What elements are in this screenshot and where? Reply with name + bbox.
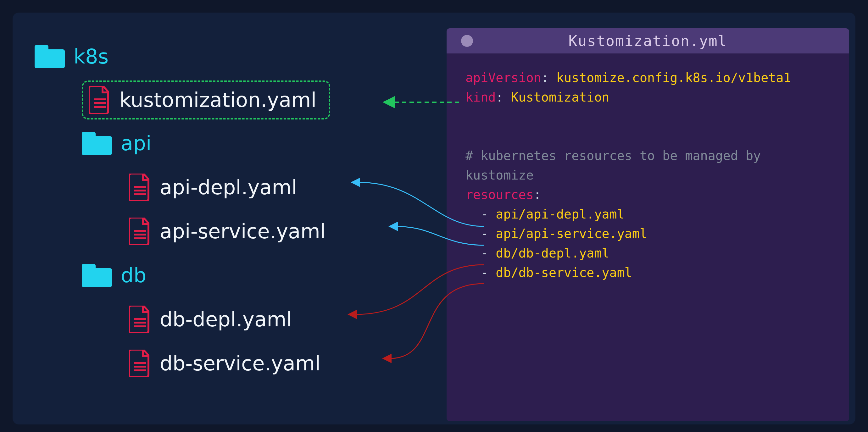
file-icon <box>129 174 151 201</box>
yaml-key: apiVersion <box>465 70 541 85</box>
file-icon <box>89 86 111 114</box>
file-label: api-service.yaml <box>160 221 326 242</box>
folder-icon <box>82 264 112 287</box>
file-row-db-depl: db-depl.yaml <box>35 298 330 341</box>
file-label: db-service.yaml <box>160 353 320 373</box>
yaml-key: kind <box>465 90 496 104</box>
yaml-value: kustomize.config.k8s.io/v1beta1 <box>556 70 791 85</box>
folder-label: api <box>121 133 152 153</box>
code-title: Kustomization.yml <box>446 32 849 49</box>
code-titlebar: Kustomization.yml <box>446 28 849 54</box>
yaml-comment: # kubernetes resources to be managed by … <box>465 148 768 182</box>
file-row-api-depl: api-depl.yaml <box>35 165 330 209</box>
folder-row-db: db <box>35 253 330 298</box>
file-icon <box>129 306 151 333</box>
yaml-value: Kustomization <box>511 90 610 104</box>
folder-row-root: k8s <box>35 35 330 79</box>
file-icon <box>129 218 151 245</box>
yaml-list-item: api/api-depl.yaml <box>496 207 624 221</box>
file-row-db-service: db-service.yaml <box>35 341 330 385</box>
folder-row-api: api <box>35 121 330 165</box>
diagram-panel: k8s kustomization.yaml api api-depl.yaml… <box>12 12 856 425</box>
folder-icon <box>35 45 65 68</box>
file-row-kustomization: kustomization.yaml <box>35 79 330 121</box>
code-pane: Kustomization.yml apiVersion: kustomize.… <box>446 28 849 421</box>
highlight-box: kustomization.yaml <box>82 81 330 120</box>
yaml-list-item: api/api-service.yaml <box>496 226 647 241</box>
folder-label: db <box>121 265 146 285</box>
yaml-list-item: db/db-service.yaml <box>496 265 632 280</box>
folder-label-root: k8s <box>73 47 108 67</box>
file-tree: k8s kustomization.yaml api api-depl.yaml… <box>35 35 330 385</box>
file-label: api-depl.yaml <box>160 177 297 197</box>
folder-icon <box>82 132 112 155</box>
code-body: apiVersion: kustomize.config.k8s.io/v1be… <box>446 54 849 297</box>
file-label: kustomization.yaml <box>120 90 316 110</box>
file-label: db-depl.yaml <box>160 309 292 330</box>
yaml-key: resources <box>465 187 534 202</box>
file-icon <box>129 350 151 377</box>
file-row-api-service: api-service.yaml <box>35 209 330 253</box>
yaml-list-item: db/db-depl.yaml <box>496 246 609 260</box>
